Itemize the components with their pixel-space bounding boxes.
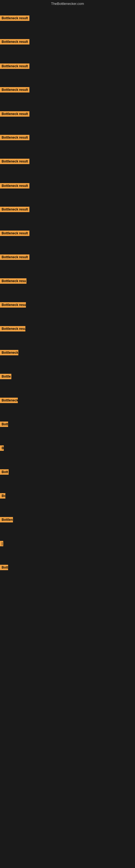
bottleneck-label-10: Bottleneck result xyxy=(0,230,30,236)
bottleneck-label-19: B xyxy=(0,445,4,451)
bottleneck-label-17: Bottleneck xyxy=(0,398,18,403)
bottleneck-label-15: Bottleneck xyxy=(0,350,18,355)
bottleneck-label-16: Bottle xyxy=(0,374,11,379)
bottleneck-label-12: Bottleneck resu xyxy=(0,278,27,284)
bottleneck-label-23: | xyxy=(0,541,3,546)
bottleneck-label-21: Bo xyxy=(0,493,5,499)
bottleneck-label-22: Bottlen xyxy=(0,517,13,522)
bottleneck-label-8: Bottleneck result xyxy=(0,183,30,188)
bottleneck-label-6: Bottleneck result xyxy=(0,135,30,140)
bottleneck-label-3: Bottleneck result xyxy=(0,63,30,69)
bottleneck-label-24: Bott xyxy=(0,565,8,570)
bottleneck-label-4: Bottleneck result xyxy=(0,87,30,93)
bottleneck-label-9: Bottleneck result xyxy=(0,207,30,212)
bottleneck-label-11: Bottleneck result xyxy=(0,254,30,260)
bottleneck-label-2: Bottleneck result xyxy=(0,39,30,44)
bottleneck-label-5: Bottleneck result xyxy=(0,111,30,117)
site-title: TheBottlenecker.com xyxy=(0,0,135,7)
bottleneck-label-20: Bott xyxy=(0,469,9,475)
bottleneck-label-13: Bottleneck resu xyxy=(0,302,26,308)
bottleneck-label-14: Bottleneck resu xyxy=(0,326,26,332)
bottleneck-label-18: Bott xyxy=(0,422,8,427)
bottleneck-label-7: Bottleneck result xyxy=(0,159,30,164)
bottleneck-label-1: Bottleneck result xyxy=(0,16,30,21)
